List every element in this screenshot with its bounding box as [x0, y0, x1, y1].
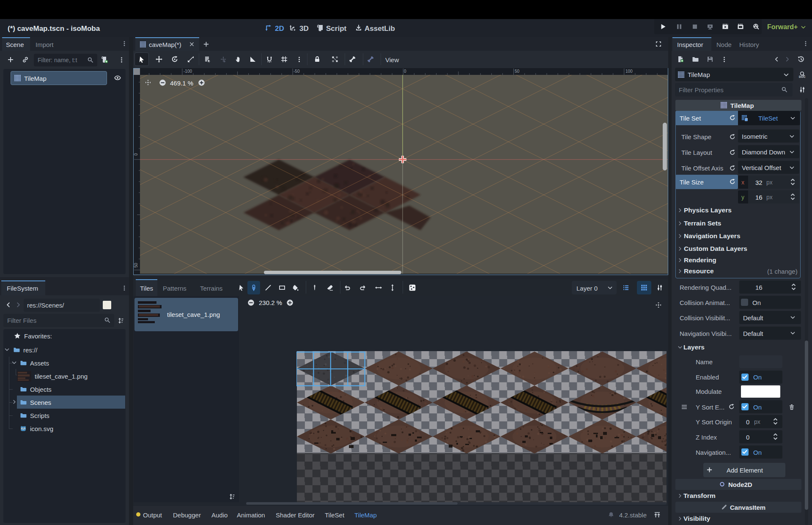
svg-text:DOC: DOC [799, 75, 805, 78]
